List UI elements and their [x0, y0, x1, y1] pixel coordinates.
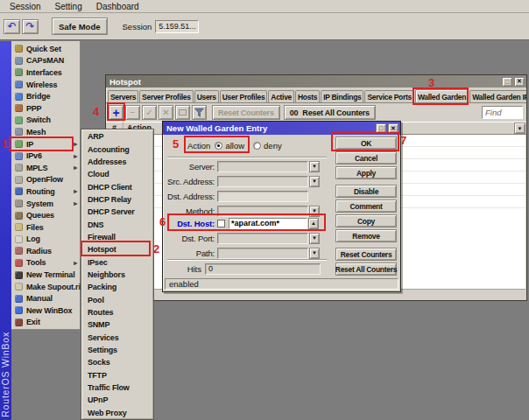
method-combo[interactable] [217, 206, 308, 217]
sidebar-item[interactable]: Radius [11, 245, 80, 257]
sidebar-item[interactable]: OpenFlow [11, 174, 80, 186]
sidebar-item[interactable]: Files [11, 221, 80, 234]
submenu-item[interactable]: Cloud [81, 168, 153, 180]
sidebar-item[interactable]: System ▸ [11, 198, 80, 210]
allow-radio[interactable] [215, 142, 222, 150]
submenu-item[interactable]: Packing [81, 281, 153, 293]
menu-item[interactable]: Setting [48, 2, 89, 11]
sidebar-item[interactable]: Exit [11, 317, 80, 329]
sidebar-item[interactable]: IP ▸ [11, 138, 80, 150]
reset-all-counters-button[interactable]: 00 Reset All Counters [284, 105, 376, 120]
sidebar-item[interactable]: Mesh [11, 126, 80, 138]
hotspot-tab[interactable]: Hosts [295, 90, 320, 102]
hotspot-tab[interactable]: User Profiles [220, 90, 268, 102]
session-address-field[interactable]: 5.159.51... [155, 20, 199, 33]
sidebar-item[interactable]: Quick Set [11, 43, 80, 55]
sidebar-item[interactable]: Routing ▸ [11, 186, 80, 198]
dialog-button[interactable]: Cancel [335, 151, 397, 164]
dialog-titlebar[interactable]: New Walled Garden Entry □ ✕ [163, 122, 400, 135]
submenu-item[interactable]: ARP [81, 130, 153, 143]
path-combo[interactable] [217, 248, 308, 259]
sidebar-item[interactable]: Wireless [11, 79, 80, 91]
sidebar-item[interactable]: Make Supout.rif [11, 281, 80, 293]
submenu-item[interactable]: Accounting [81, 143, 153, 155]
submenu-item[interactable]: Neighbors [81, 269, 153, 281]
dialog-button[interactable]: Disable [335, 185, 397, 198]
submenu-item[interactable]: SNMP [81, 318, 153, 331]
submenu-item[interactable]: IPsec [81, 256, 153, 268]
sidebar-item[interactable]: Switch [11, 115, 80, 127]
sidebar-item[interactable]: CAPsMAN [11, 55, 80, 67]
hotspot-tab[interactable]: Walled Garden [415, 89, 469, 103]
column-select-button[interactable]: ▼ [514, 122, 525, 134]
sidebar-item[interactable]: MPLS ▸ [11, 162, 80, 174]
hotspot-tab[interactable]: Service Ports [364, 90, 413, 102]
deny-radio-label[interactable]: deny [264, 141, 282, 150]
hotspot-tab[interactable]: Active [268, 90, 294, 102]
sidebar-item[interactable]: Queues [11, 209, 80, 221]
sidebar-item[interactable]: Log [11, 234, 80, 246]
submenu-item[interactable]: Firewall [81, 231, 153, 243]
dst-port-combo[interactable] [217, 233, 308, 244]
submenu-item[interactable]: Services [81, 332, 153, 344]
submenu-item[interactable]: Routes [81, 306, 153, 318]
reset-counters-button[interactable]: Reset Counters [212, 105, 280, 120]
submenu-item[interactable]: DNS [81, 218, 153, 230]
dst-host-collapse-button[interactable]: ▲ [308, 218, 319, 229]
dialog-button[interactable]: Comment [335, 200, 397, 213]
path-dropdown-button[interactable]: ▼ [309, 248, 320, 259]
submenu-item[interactable]: Pool [81, 293, 153, 305]
sidebar-item[interactable]: Manual [11, 292, 80, 304]
menu-item[interactable]: Dashboard [89, 2, 146, 11]
safe-mode-button[interactable]: Safe Mode [52, 18, 108, 35]
hotspot-tab[interactable]: Server Profiles [139, 90, 194, 102]
server-dropdown-button[interactable]: ▼ [309, 161, 320, 172]
disable-button[interactable]: ✕ [159, 105, 173, 120]
hotspot-tab[interactable]: Servers [108, 90, 138, 102]
find-input[interactable] [482, 106, 523, 119]
add-button[interactable]: + [109, 105, 123, 120]
redo-button[interactable]: ↷ [22, 19, 39, 34]
submenu-item[interactable]: DHCP Relay [81, 193, 153, 206]
submenu-item[interactable]: TFTP [81, 369, 153, 382]
dialog-button[interactable]: Apply [335, 166, 397, 179]
dst-host-checkbox[interactable] [217, 220, 225, 228]
remove-button[interactable]: − [125, 105, 140, 120]
submenu-item[interactable]: Web Proxy [81, 407, 153, 419]
maximize-icon[interactable]: □ [502, 77, 512, 87]
dialog-button[interactable]: Remove [335, 229, 397, 242]
hotspot-tab[interactable]: Users [194, 90, 219, 102]
dialog-button[interactable]: Reset All Counters [335, 262, 397, 276]
hotspot-titlebar[interactable]: Hotspot □ ✕ [106, 75, 526, 88]
allow-radio-label[interactable]: allow [225, 141, 244, 150]
submenu-item[interactable]: Settings [81, 344, 153, 356]
hotspot-tab[interactable]: IP Bindings [321, 90, 363, 102]
submenu-item[interactable]: Socks [81, 356, 153, 368]
submenu-item[interactable]: DHCP Server [81, 206, 153, 218]
method-dropdown-button[interactable]: ▼ [309, 206, 320, 217]
server-combo[interactable] [217, 161, 308, 172]
dst-port-dropdown-button[interactable]: ▼ [309, 233, 320, 244]
submenu-item[interactable]: Traffic Flow [81, 382, 153, 394]
sidebar-item[interactable]: New WinBox [11, 304, 80, 317]
close-icon[interactable]: ✕ [514, 77, 525, 87]
deny-radio[interactable] [253, 142, 261, 150]
submenu-item[interactable]: UPnP [81, 394, 153, 406]
dialog-button[interactable]: Reset Counters [335, 248, 397, 261]
undo-button[interactable]: ↶ [4, 19, 20, 34]
submenu-item[interactable]: Addresses [81, 156, 153, 168]
comment-button[interactable] [175, 105, 190, 120]
close-icon[interactable]: ✕ [388, 123, 399, 133]
menu-item[interactable]: Session [3, 2, 48, 11]
sidebar-item[interactable]: Bridge [11, 90, 80, 102]
hotspot-tab[interactable]: Walled Garden IP List [469, 90, 526, 102]
maximize-icon[interactable]: □ [376, 123, 386, 133]
dialog-button[interactable]: OK [335, 136, 397, 150]
dialog-button[interactable]: Copy [335, 214, 397, 228]
submenu-item[interactable]: DHCP Client [81, 180, 153, 192]
src-address-dropdown-button[interactable]: ▼ [309, 176, 320, 187]
sidebar-item[interactable]: IPv6 ▸ [11, 150, 80, 162]
enable-button[interactable]: ✓ [142, 105, 157, 120]
sidebar-item[interactable]: Tools ▸ [11, 257, 80, 270]
dst-address-field[interactable] [217, 191, 308, 202]
